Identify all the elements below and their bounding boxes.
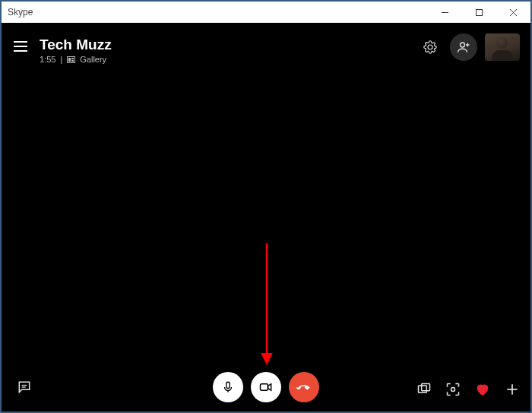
svg-rect-10 [71, 60, 74, 62]
gear-icon [423, 40, 437, 54]
maximize-icon [475, 8, 483, 17]
svg-rect-18 [226, 382, 230, 388]
subline-separator: | [60, 55, 62, 64]
snapshot-icon [445, 382, 461, 397]
call-info: Tech Muzz 1:55 | Gallery [40, 37, 112, 64]
window-controls [428, 2, 530, 23]
bottom-bar [2, 363, 530, 411]
end-call-icon [296, 379, 312, 396]
close-button[interactable] [496, 2, 530, 23]
app-window: Skype Tech Muzz [0, 0, 532, 413]
settings-button[interactable] [418, 35, 442, 59]
plus-icon [505, 382, 520, 397]
snapshot-button[interactable] [445, 382, 461, 400]
annotation-arrow [259, 243, 274, 365]
hamburger-icon [14, 41, 27, 52]
minimize-button[interactable] [428, 2, 462, 23]
bottom-right [416, 381, 520, 401]
header-right [418, 33, 520, 61]
end-call-button[interactable] [289, 372, 319, 402]
microphone-button[interactable] [213, 372, 243, 402]
call-duration: 1:55 [40, 55, 55, 64]
gallery-icon [67, 56, 75, 63]
reaction-heart-button[interactable] [474, 381, 491, 401]
svg-point-11 [461, 43, 465, 47]
video-camera-icon [258, 380, 274, 395]
maximize-button[interactable] [462, 2, 496, 23]
share-screen-button[interactable] [416, 382, 432, 400]
header-left: Tech Muzz 1:55 | Gallery [12, 37, 112, 64]
svg-rect-9 [71, 58, 74, 59]
gallery-label: Gallery [80, 55, 106, 64]
share-screen-icon [416, 382, 432, 397]
svg-point-23 [451, 388, 455, 392]
call-title: Tech Muzz [40, 37, 112, 53]
menu-button[interactable] [12, 38, 29, 55]
self-video-preview[interactable] [485, 33, 520, 61]
close-icon [509, 8, 518, 17]
heart-icon [474, 381, 491, 398]
video-button[interactable] [251, 372, 281, 402]
svg-rect-20 [261, 384, 268, 390]
window-titlebar: Skype [2, 2, 530, 23]
chat-button[interactable] [12, 375, 36, 399]
microphone-icon [221, 380, 235, 394]
bottom-left [12, 375, 36, 399]
add-participant-button[interactable] [450, 33, 477, 61]
chat-icon [17, 380, 32, 395]
minimize-icon [441, 8, 449, 17]
add-person-icon [457, 40, 470, 54]
call-subline: 1:55 | Gallery [40, 55, 112, 64]
call-area: Tech Muzz 1:55 | Gallery [2, 23, 530, 411]
more-button[interactable] [505, 382, 520, 400]
svg-rect-21 [419, 386, 427, 392]
call-controls [213, 372, 319, 402]
svg-rect-22 [422, 384, 430, 391]
svg-rect-1 [477, 9, 483, 15]
window-title: Skype [8, 7, 33, 17]
svg-rect-8 [68, 58, 71, 62]
